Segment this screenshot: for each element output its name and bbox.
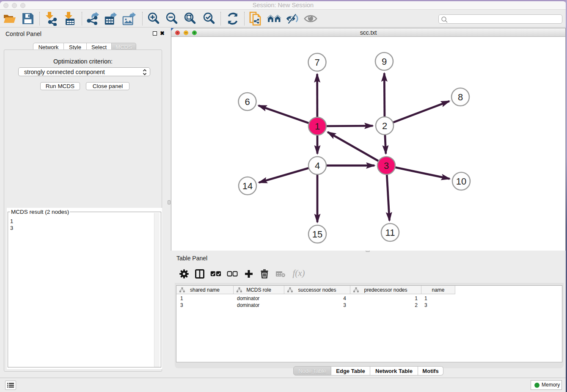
- svg-text:11: 11: [385, 227, 395, 238]
- svg-text:8: 8: [458, 92, 463, 102]
- svg-text:15: 15: [312, 229, 322, 240]
- svg-text:9: 9: [382, 56, 387, 67]
- svg-text:7: 7: [314, 57, 319, 68]
- svg-text:1: 1: [315, 121, 320, 132]
- svg-text:10: 10: [456, 176, 466, 187]
- svg-text:4: 4: [315, 160, 320, 171]
- svg-text:6: 6: [245, 97, 250, 107]
- svg-text:14: 14: [242, 181, 253, 191]
- svg-text:3: 3: [384, 160, 389, 171]
- svg-text:2: 2: [382, 121, 387, 131]
